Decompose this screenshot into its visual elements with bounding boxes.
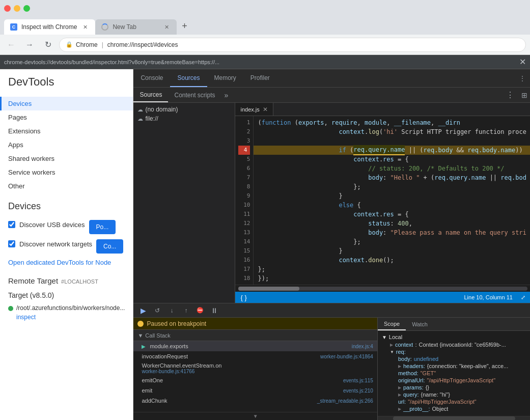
editor-tab-filename: index.js [240, 106, 259, 113]
editor-tab-indexjs[interactable]: index.js ✕ [235, 103, 273, 116]
tab-close-inspect[interactable]: ✕ [81, 23, 89, 31]
sidebar-item-apps[interactable]: Apps [0, 138, 133, 152]
horizontal-scrollbar[interactable] [235, 285, 530, 292]
deactivate-breakpoints-button[interactable]: ⛔ [194, 305, 206, 316]
sidebar-item-pages[interactable]: Pages [0, 110, 133, 124]
close-window-button[interactable] [4, 5, 11, 12]
remote-target-title-text: Remote Target [8, 276, 58, 285]
format-braces-icon[interactable]: { } [240, 294, 246, 301]
browser-tabs: C Inspect with Chrome ✕ New Tab ✕ + [0, 16, 530, 35]
extensions-label: Extensions [8, 127, 41, 135]
callstack-header[interactable]: ▼ Call Stack [133, 330, 377, 341]
code-content[interactable]: 1 2 3 4 5 6 7 8 9 10 11 [235, 116, 530, 285]
maximize-window-button[interactable] [23, 5, 30, 12]
scope-item-query[interactable]: ▶ query: {name: "hi"} [378, 391, 530, 398]
devtools-close-button[interactable]: ✕ [519, 57, 526, 67]
tab-memory[interactable]: Memory [207, 69, 243, 87]
callstack-scroll-down[interactable]: ▼ [133, 412, 377, 420]
sidebar-item-service-workers[interactable]: Service workers [0, 165, 133, 179]
callstack-item-addchunk[interactable]: addChunk _stream_readable.js:266 [133, 396, 377, 406]
headers-expand-icon[interactable]: ▶ [398, 364, 401, 369]
sources-options-button[interactable]: ⋮ [502, 90, 518, 100]
step-out-button[interactable]: ↑ [180, 305, 191, 316]
tree-item-no-domain[interactable]: ☁ (no domain) [133, 105, 235, 114]
lock-icon: 🔒 [66, 41, 73, 48]
scope-scrollbar[interactable] [378, 416, 530, 420]
scope-item-headers[interactable]: ▶ headers: {connection: "keep-alive", ac… [378, 362, 530, 370]
scope-item-method: method: "GET" [378, 370, 530, 377]
url-scheme-label: devicesChrome [76, 41, 98, 48]
url-bar[interactable]: 🔒 devicesChrome | chrome://inspect/#devi… [59, 38, 526, 52]
shared-workers-label: Shared workers [8, 155, 54, 162]
tab-close-newtab[interactable]: ✕ [162, 23, 171, 31]
callstack-item-worker[interactable]: WorkerChannel.eventStream.on worker-bund… [133, 361, 377, 375]
reload-button[interactable]: ↻ [41, 38, 55, 52]
chrome-favicon: C [10, 23, 17, 31]
scope-item-params[interactable]: ▶ params: {} [378, 384, 530, 391]
callstack-items: ▶ module.exports index.js:4 invocationRe… [133, 341, 377, 412]
callstack-item-emit[interactable]: emit events.js:210 [133, 385, 377, 396]
more-sources-tabs[interactable]: » [221, 91, 232, 99]
callstack-toggle-icon[interactable]: ▼ [137, 332, 143, 339]
scrollbar-track [238, 287, 527, 291]
proto-expand-icon[interactable]: ▶ [398, 407, 401, 411]
sidebar-item-extensions[interactable]: Extensions [0, 124, 133, 138]
scope-value-params: {} [426, 384, 429, 390]
step-over-button[interactable]: ↺ [152, 305, 163, 316]
editor-tab-close[interactable]: ✕ [263, 106, 268, 113]
params-expand-icon[interactable]: ▶ [398, 385, 401, 390]
network-targets-checkbox[interactable] [8, 240, 15, 247]
port-forwarding-button[interactable]: Po... [89, 220, 116, 234]
sidebar-item-other[interactable]: Other [0, 179, 133, 193]
tab-label-newtab: New Tab [113, 23, 158, 31]
callstack-item-module-exports[interactable]: ▶ module.exports index.js:4 [133, 341, 377, 351]
scope-tab-scope[interactable]: Scope [378, 318, 406, 330]
local-section-header[interactable]: ▼ Local [378, 333, 530, 341]
cloud-icon-2: ☁ [137, 116, 143, 122]
pause-exceptions-button[interactable]: ⏸ [209, 305, 220, 316]
inspect-link[interactable]: inspect [16, 314, 125, 321]
editor-status-bar: { } Line 10, Column 11 ⤢ [235, 292, 530, 303]
tab-sources[interactable]: Sources [170, 69, 207, 87]
configure-button[interactable]: Co... [96, 239, 123, 254]
query-expand-icon[interactable]: ▶ [398, 393, 401, 397]
subtab-content-scripts[interactable]: Content scripts [168, 88, 221, 102]
code-lines[interactable]: (function (exports, require, module, __f… [254, 116, 530, 285]
step-into-button[interactable]: ↓ [166, 305, 177, 316]
sidebar-item-devices[interactable]: Devices [0, 97, 133, 110]
req-expand-icon[interactable]: ▼ [390, 350, 394, 354]
scope-item-req[interactable]: ▼ req: [378, 348, 530, 355]
line-numbers: 1 2 3 4 5 6 7 8 9 10 11 [235, 116, 254, 285]
scope-item-context[interactable]: ▶ context : Context {invocationId: "ce65… [378, 341, 530, 348]
browser-tab-inspect[interactable]: C Inspect with Chrome ✕ [4, 19, 95, 35]
usb-devices-checkbox[interactable] [8, 221, 15, 228]
tab-profiler[interactable]: Profiler [243, 69, 277, 87]
context-expand-icon[interactable]: ▶ [390, 343, 393, 347]
line-col-indicator: Line 10, Column 11 [464, 294, 513, 301]
profiler-tab-label: Profiler [250, 74, 270, 81]
scope-key-method: method: [398, 370, 419, 376]
forward-button[interactable]: → [22, 38, 37, 52]
scope-item-proto[interactable]: ▶ __proto__: Object [378, 405, 530, 412]
tree-item-file[interactable]: ☁ file:// [133, 114, 235, 123]
scrollbar-thumb[interactable] [238, 287, 299, 291]
scope-panel: Scope Watch ▼ Local [378, 318, 530, 420]
minimize-window-button[interactable] [14, 5, 20, 12]
subtab-sources[interactable]: Sources [133, 88, 168, 102]
browser-tab-newtab[interactable]: New Tab ✕ [95, 19, 177, 35]
callstack-item-emitone[interactable]: emitOne events.js:115 [133, 375, 377, 385]
callstack-file-worker: worker-bundle.js:41766 [142, 369, 194, 374]
back-button[interactable]: ← [4, 38, 18, 52]
new-tab-button[interactable]: + [177, 21, 192, 35]
more-tabs-button[interactable]: ⋮ [514, 75, 530, 82]
scope-key-body: body: [398, 356, 412, 362]
open-devtools-node-link[interactable]: Open dedicated DevTools for Node [8, 259, 125, 266]
sidebar-item-shared-workers[interactable]: Shared workers [0, 152, 133, 165]
tab-console[interactable]: Console [133, 69, 170, 87]
resume-button[interactable]: ▶ [137, 305, 149, 316]
scope-value-originalurl: "/api/HttpTriggerJavaScript" [427, 377, 496, 383]
scope-tab-watch[interactable]: Watch [406, 318, 434, 330]
sources-split-button[interactable]: ⊞ [518, 91, 530, 99]
watch-tab-label: Watch [412, 321, 428, 327]
callstack-item-invocation[interactable]: invocationRequest worker-bundle.js:41864 [133, 351, 377, 361]
